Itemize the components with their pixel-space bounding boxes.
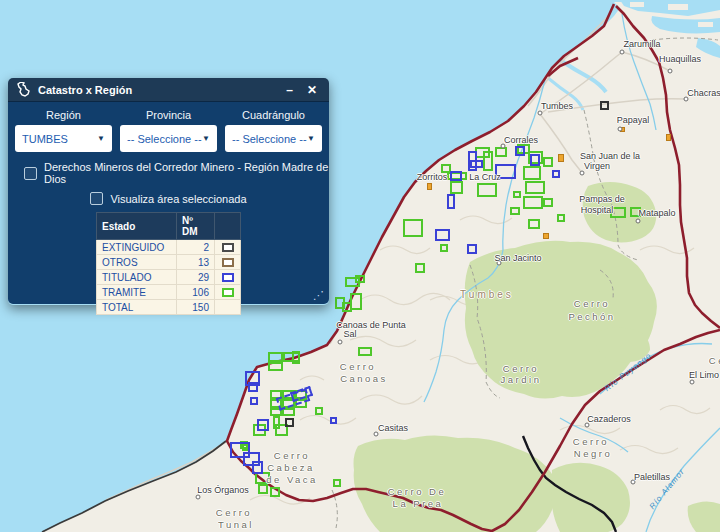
map-label-cerro: Pechón [568, 311, 615, 322]
cuadrangulo-label: Cuadrángulo [225, 109, 322, 121]
table-row: TOTAL 150 [97, 300, 241, 315]
map-label-cerro: Cerro [340, 361, 376, 372]
map-label-cerro: Negro [574, 448, 612, 459]
visualiza-checkbox[interactable] [90, 192, 103, 205]
estado-cell: TITULADO [97, 270, 177, 285]
chevron-down-icon: ▼ [97, 134, 105, 143]
provincia-select-value: -- Seleccione -- [127, 133, 202, 145]
map-label-town: Virgen [584, 161, 610, 171]
panel-body: Región Provincia Cuadrángulo TUMBES ▼ --… [8, 102, 329, 304]
map-label-town: Sal [343, 329, 356, 339]
table-header-row: Estado Nº DM [97, 213, 241, 240]
map-label-town: Corrales [504, 135, 538, 145]
ndm-cell: 106 [177, 285, 215, 300]
field-labels-row: Región Provincia Cuadrángulo [8, 109, 329, 121]
map-label-town: El Limo [689, 370, 719, 380]
table-row: EXTINGUIDO 2 [97, 240, 241, 255]
map-label-town: Chacras [687, 88, 720, 98]
visualiza-checkbox-row[interactable]: Visualiza área seleccionada [8, 192, 329, 205]
map-label-town: Paletillas [634, 472, 670, 482]
selects-row: TUMBES ▼ -- Seleccione -- ▼ -- Seleccion… [8, 121, 329, 152]
map-label-cerro: La Prea [393, 498, 444, 509]
map-label-town: La Cruz [469, 172, 501, 182]
map-label-cerro: Cerro [216, 507, 252, 518]
map-label-region: Tumbes [460, 289, 514, 300]
map-label-town: Zorritos [417, 172, 448, 182]
map-label-cerro: Cerro [274, 450, 310, 461]
cuadrangulo-select[interactable]: -- Seleccione -- ▼ [225, 125, 322, 152]
titulado-swatch [222, 273, 234, 282]
map-label-town: Tumbes [541, 101, 573, 111]
map-label-town: Huaquillas [659, 54, 701, 64]
estado-cell: EXTINGUIDO [97, 240, 177, 255]
map-label-town: San Jacinto [494, 253, 541, 263]
chevron-down-icon: ▼ [307, 134, 315, 143]
map-label-town: Hospital [581, 205, 614, 215]
provincia-label: Provincia [120, 109, 217, 121]
ndm-cell: 13 [177, 255, 215, 270]
map-label-cerro: Tunal [218, 519, 254, 530]
table-row: OTROS 13 [97, 255, 241, 270]
table-row: TITULADO 29 [97, 270, 241, 285]
ndm-cell: 2 [177, 240, 215, 255]
estado-header: Estado [97, 213, 177, 240]
swatch-header [215, 213, 241, 240]
ndm-cell: 29 [177, 270, 215, 285]
map-label-town: San Juan de la [580, 151, 640, 161]
map-label-cerro: Cerro De [388, 486, 447, 497]
map-label-cerro: Jardin [501, 374, 542, 385]
region-select[interactable]: TUMBES ▼ [15, 125, 112, 152]
ndm-header: Nº DM [177, 213, 215, 240]
map-label-cerro: Cerro [709, 355, 720, 366]
panel-header[interactable]: Catastro x Región – ✕ [8, 78, 329, 102]
empty-swatch-cell [215, 300, 241, 315]
map-label-town: Casitas [378, 423, 408, 433]
chevron-down-icon: ▼ [202, 134, 210, 143]
corredor-checkbox[interactable] [24, 167, 37, 180]
visualiza-checkbox-label: Visualiza área seleccionada [110, 193, 246, 205]
map-label-town: Matapalo [638, 208, 675, 218]
close-button[interactable]: ✕ [304, 84, 320, 96]
map-label-cerro: Cerro [574, 298, 610, 309]
map-label-cerro: Cerro [503, 363, 539, 374]
map-label-cerro: Canoas [340, 373, 388, 384]
estado-cell: OTROS [97, 255, 177, 270]
minimize-button[interactable]: – [283, 84, 296, 96]
map-label-town: Cazaderos [587, 414, 631, 424]
map-label-town: Zarumilla [623, 39, 660, 49]
panel-title: Catastro x Región [38, 84, 275, 96]
map-label-cerro: Cerro [573, 436, 609, 447]
map-label-town: Los Órganos [197, 485, 249, 495]
otros-swatch [222, 258, 234, 267]
table-row: TRAMITE 106 [97, 285, 241, 300]
tramite-swatch [222, 288, 234, 297]
extinguido-swatch [222, 243, 234, 252]
catastro-panel: Catastro x Región – ✕ Región Provincia C… [8, 78, 329, 305]
region-label: Región [15, 109, 112, 121]
map-label-town: Pampas de [579, 194, 625, 204]
map-label-cerro: Cabeza [267, 462, 315, 473]
cuadrangulo-select-value: -- Seleccione -- [232, 133, 307, 145]
ndm-cell: 150 [177, 300, 215, 315]
map-label-cerro: de Vaca [266, 474, 318, 485]
estado-cell: TRAMITE [97, 285, 177, 300]
region-select-value: TUMBES [22, 133, 97, 145]
peru-map-icon [17, 82, 30, 97]
resize-handle[interactable]: ⋰ [313, 290, 324, 301]
corredor-checkbox-row[interactable]: Derechos Mineros del Corredor Minero - R… [8, 161, 329, 185]
corredor-checkbox-label: Derechos Mineros del Corredor Minero - R… [44, 161, 329, 185]
provincia-select[interactable]: -- Seleccione -- ▼ [120, 125, 217, 152]
estado-cell: TOTAL [97, 300, 177, 315]
map-label-town: Papayal [617, 115, 650, 125]
map-label-river: Río Puyango [603, 351, 654, 393]
geocatmin-viewer: ZarumillaHuaquillasChacrasTumbesCorrales… [0, 0, 720, 532]
status-table: Estado Nº DM EXTINGUIDO 2 OTROS 13 TITUL… [96, 212, 241, 315]
